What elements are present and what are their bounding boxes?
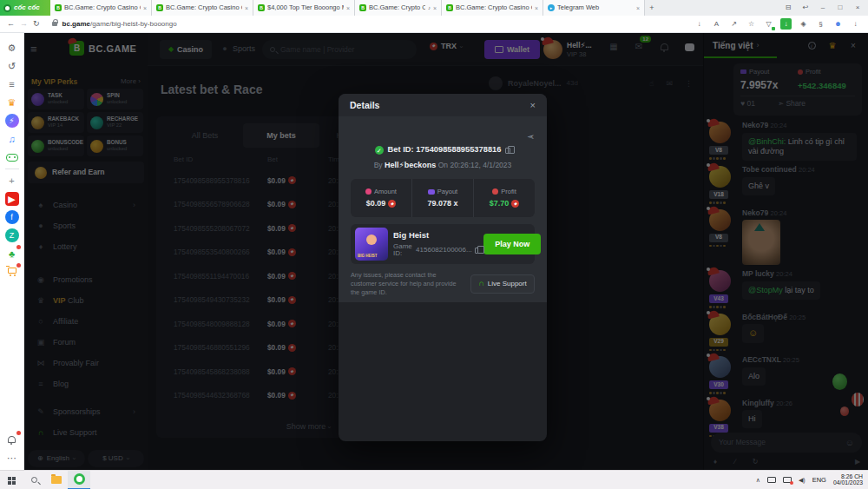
close-button[interactable]: × bbox=[851, 4, 865, 11]
bcgame-page: ≡ B BC.GAME My VIP Perks More › TASKunlo… bbox=[24, 33, 868, 470]
vip-crown-icon[interactable]: ♛ bbox=[5, 96, 19, 109]
verified-check-icon: ✓ bbox=[375, 146, 384, 155]
hidden-icons-chevron[interactable]: ∧ bbox=[756, 477, 760, 483]
bookmark-star-icon[interactable]: ☆ bbox=[746, 18, 757, 30]
games-icon[interactable] bbox=[5, 150, 19, 164]
bcgame-favicon-icon: B bbox=[156, 4, 163, 11]
stat-profit: Profit $7.70 bbox=[474, 179, 535, 217]
translate-icon[interactable]: A bbox=[711, 18, 722, 30]
live-support-button[interactable]: ∩ Live Support bbox=[470, 274, 535, 294]
reload-icon[interactable]: ↻ bbox=[33, 20, 40, 28]
folder-icon bbox=[51, 476, 62, 484]
cococ-taskbar-button[interactable] bbox=[68, 471, 90, 489]
bcgame-favicon-icon: B bbox=[446, 4, 453, 11]
stat-amount: Amount $0.09 bbox=[351, 179, 412, 217]
copy-icon[interactable] bbox=[475, 248, 479, 254]
modal-body: ➣ ✓ Bet ID: 1754098588955378816 By Hell⚡… bbox=[339, 116, 547, 302]
browser-tab[interactable]: B BC.Game: Crypto Casino Gam × bbox=[50, 0, 152, 16]
settings-icon[interactable]: ⚙ bbox=[5, 41, 19, 55]
modal-header: Details × bbox=[339, 94, 547, 116]
start-button[interactable] bbox=[0, 471, 23, 489]
display-alert-icon[interactable] bbox=[783, 477, 792, 483]
recent-tabs-icon[interactable]: ↩ bbox=[799, 4, 812, 11]
game-name: Big Heist bbox=[393, 231, 478, 240]
extension-b-icon[interactable]: § bbox=[815, 18, 826, 30]
url-text[interactable]: bc.game/game/big-heist-by-booongo bbox=[62, 21, 177, 28]
cococ-brand: cốc cốc bbox=[0, 0, 50, 16]
tab-close-icon[interactable]: × bbox=[346, 5, 350, 11]
browser-tab[interactable]: ▸ Telegram Web × bbox=[543, 0, 645, 16]
facebook-icon[interactable]: f bbox=[5, 210, 19, 224]
play-now-button[interactable]: Play Now bbox=[483, 234, 541, 254]
modal-title: Details bbox=[350, 101, 379, 110]
cococ-logo-icon bbox=[3, 4, 11, 12]
bcgame-favicon-icon: B bbox=[55, 4, 62, 11]
download-manager-icon[interactable]: ↓ bbox=[780, 18, 792, 30]
new-tab-button[interactable]: + bbox=[645, 0, 659, 16]
game-id-line: Game ID: 4156082100006... bbox=[393, 243, 478, 257]
browser-tab[interactable]: B BC.Game: Crypto Casino ♪ × bbox=[355, 0, 442, 16]
share-arrow-icon[interactable]: ➣ bbox=[527, 132, 535, 142]
headset-icon: ∩ bbox=[478, 280, 484, 287]
minimize-button[interactable]: – bbox=[816, 4, 830, 11]
screen: cốc cốc B BC.Game: Crypto Casino Gam × B… bbox=[0, 0, 868, 489]
back-icon[interactable]: ← bbox=[7, 20, 15, 28]
maximize-button[interactable]: □ bbox=[833, 4, 847, 11]
bet-id-text: Bet ID: 1754098588955378816 bbox=[388, 146, 502, 154]
browser-tab[interactable]: B $4,000 Top Tier Booongo Mu × bbox=[253, 0, 355, 16]
tab-audio-icon: ♪ bbox=[428, 5, 431, 10]
messenger-icon[interactable]: ⚡ bbox=[5, 114, 19, 128]
add-shortcut-icon[interactable]: + bbox=[5, 174, 19, 188]
tab-close-icon[interactable]: × bbox=[143, 5, 147, 11]
browser-tab[interactable]: B BC.Game: Crypto Casino Gam × bbox=[442, 0, 543, 16]
zalo-icon[interactable]: Z bbox=[5, 228, 19, 242]
copy-icon[interactable] bbox=[505, 148, 510, 154]
bet-author-line: By Hell⚡beckons On 20:26:12, 4/1/2023 bbox=[339, 162, 547, 169]
trx-coin-icon bbox=[511, 200, 519, 208]
notifications-bell-icon[interactable] bbox=[5, 433, 19, 446]
downloads-tray-icon[interactable]: ↓ bbox=[850, 18, 861, 30]
cococ-brand-name: cốc cốc bbox=[14, 4, 40, 11]
profile-icon[interactable]: ☻ bbox=[832, 18, 844, 30]
browser-tab-strip: cốc cốc B BC.Game: Crypto Casino Gam × B… bbox=[0, 0, 868, 16]
tab-close-icon[interactable]: × bbox=[245, 5, 248, 11]
trx-coin-icon bbox=[388, 200, 396, 208]
network-monitor-icon[interactable] bbox=[767, 477, 776, 483]
amount-icon bbox=[365, 188, 372, 195]
game-thumbnail[interactable]: BIG HEIST bbox=[355, 228, 388, 261]
system-clock[interactable]: 8:26 CH 04/01/2023 bbox=[833, 474, 863, 486]
profit-icon bbox=[492, 188, 498, 195]
save-page-icon[interactable]: ↓ bbox=[694, 18, 705, 30]
toolbar-icons: ↓A↗☆▽↓◈§☻↓ bbox=[694, 18, 861, 30]
bet-author-name[interactable]: Hell⚡beckons bbox=[385, 161, 436, 169]
volume-icon[interactable]: ◀) bbox=[799, 477, 806, 483]
address-bar: ← → ↻ bc.game/game/big-heist-by-booongo … bbox=[0, 16, 868, 33]
shopping-cart-icon[interactable] bbox=[5, 265, 19, 279]
share-icon[interactable]: ↗ bbox=[728, 18, 740, 30]
more-options-icon[interactable]: ⋯ bbox=[5, 451, 19, 465]
youtube-icon[interactable]: ▶ bbox=[5, 192, 19, 206]
taskbar-search-button[interactable] bbox=[23, 471, 45, 489]
stat-payout: Payout 79.078 x bbox=[412, 179, 474, 217]
tab-preview-icon[interactable]: ⊟ bbox=[781, 4, 795, 11]
support-note: Any issues, please contact the customer … bbox=[351, 271, 464, 297]
padlock-icon[interactable] bbox=[52, 22, 57, 26]
cococ-media-icon[interactable]: ♫ bbox=[5, 132, 19, 146]
tab-close-icon[interactable]: × bbox=[535, 5, 538, 11]
tab-close-icon[interactable]: × bbox=[636, 5, 640, 11]
keyboard-language[interactable]: ENG bbox=[812, 477, 826, 484]
tab-close-icon[interactable]: × bbox=[433, 5, 437, 11]
browser-tab[interactable]: B BC.Game: Crypto Casino Gam × bbox=[152, 0, 253, 16]
adblock-shield-icon[interactable]: ▽ bbox=[763, 18, 774, 30]
bet-details-modal: Details × ➣ ✓ Bet ID: 175409858895537881… bbox=[339, 94, 547, 441]
rewards-plant-icon[interactable]: ♣ bbox=[5, 247, 19, 261]
forward-icon[interactable]: → bbox=[20, 20, 28, 28]
modal-close-icon[interactable]: × bbox=[530, 101, 536, 110]
divider bbox=[5, 169, 19, 169]
file-explorer-button[interactable] bbox=[45, 471, 68, 489]
tab-list: B BC.Game: Crypto Casino Gam × B BC.Game… bbox=[50, 0, 645, 16]
extension-a-icon[interactable]: ◈ bbox=[798, 18, 809, 30]
history-icon[interactable]: ↺ bbox=[5, 59, 19, 73]
windows-logo-icon bbox=[8, 477, 11, 480]
reading-list-icon[interactable]: ≡ bbox=[5, 77, 19, 91]
